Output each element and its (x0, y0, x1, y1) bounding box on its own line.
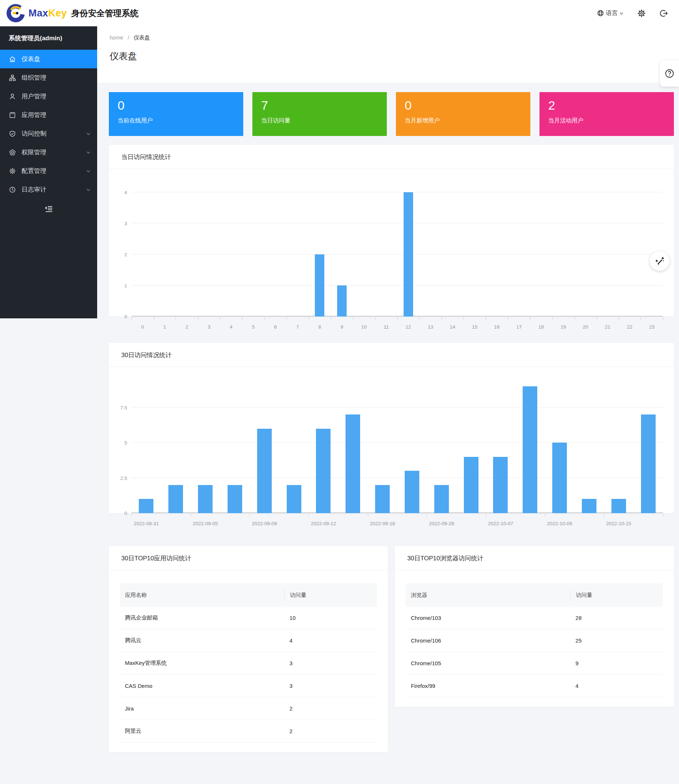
sidebar-item-4[interactable]: 访问控制 (0, 124, 97, 143)
row-value-cell: 2 (285, 706, 377, 712)
sidebar-item-7[interactable]: 日志审计 (0, 180, 97, 199)
breadcrumb: home / 仪表盘 (110, 34, 679, 41)
app-icon (9, 111, 16, 119)
sidebar-item-label: 仪表盘 (22, 55, 40, 63)
x-axis-label: 23 (649, 324, 654, 330)
y-axis-label: 5 (124, 440, 127, 445)
chart-bar (287, 485, 301, 513)
permission-icon (9, 149, 16, 156)
x-axis-label: 13 (428, 324, 433, 330)
row-name-cell: Chrome/105 (406, 660, 571, 666)
axis-tick (154, 317, 154, 320)
stat-value: 0 (117, 98, 243, 113)
axis-tick (486, 514, 486, 516)
table-row: 阿里云2 (120, 720, 377, 743)
axis-tick (663, 514, 663, 516)
x-axis-label: 2022-09-09 (252, 521, 277, 526)
chevron-down-icon (86, 188, 91, 192)
sidebar-user: 系统管理员(admin) (0, 26, 97, 50)
chart-plot: 02.557.52022-08-312022-09-052022-09-0920… (131, 376, 663, 513)
x-axis-label: 3 (208, 324, 210, 330)
main-content: home / 仪表盘 仪表盘 0当前在线用户7当日访问量0当月新增用户2当月活动… (97, 26, 679, 784)
row-name-cell: 阿里云 (120, 728, 285, 735)
shield-check-icon (9, 130, 16, 138)
x-axis-label: 22 (627, 324, 633, 330)
axis-tick (249, 514, 250, 516)
axis-tick (397, 317, 398, 320)
axis-tick (663, 317, 663, 320)
axis-tick (131, 514, 132, 516)
stat-value: 2 (548, 98, 674, 113)
axis-tick (368, 514, 368, 516)
stat-card-0: 0当前在线用户 (109, 92, 243, 136)
chart-bar (139, 499, 153, 513)
top-header: MaxKey 身份安全管理系统 语言 (0, 0, 679, 26)
chart-bar (612, 499, 626, 513)
x-axis-label: 20 (583, 324, 588, 330)
table-header-row: 浏览器访问量 (406, 583, 663, 607)
sidebar-item-2[interactable]: 用户管理 (0, 87, 97, 106)
y-axis-label: 2 (124, 252, 127, 257)
sidebar-item-label: 日志审计 (22, 185, 46, 194)
table-row: Jira2 (120, 698, 377, 720)
settings-button[interactable] (637, 9, 646, 17)
sidebar-item-5[interactable]: 权限管理 (0, 143, 97, 162)
axis-tick (242, 317, 242, 320)
sidebar-item-6[interactable]: 配置管理 (0, 162, 97, 180)
magic-wand-button[interactable] (650, 251, 670, 271)
x-axis-label: 2022-10-15 (606, 521, 631, 526)
chart-bar (375, 485, 390, 513)
menu-collapse-button[interactable] (44, 205, 53, 213)
top10-browsers-table: 浏览器访问量Chrome/10328Chrome/10625Chrome/105… (406, 583, 663, 707)
x-axis-label: 21 (605, 324, 610, 330)
x-axis-label: 5 (252, 324, 255, 330)
chevron-down-icon (86, 132, 91, 136)
language-menu[interactable]: 语言 (597, 9, 623, 17)
top10-browsers-panel: 30日TOP10浏览器访问统计 浏览器访问量Chrome/10328Chrome… (395, 546, 674, 707)
chart-title: 30日访问情况统计 (109, 343, 674, 367)
maxkey-logo-icon (6, 3, 25, 23)
axis-tick (375, 317, 375, 320)
sidebar-item-3[interactable]: 应用管理 (0, 106, 97, 124)
row-name-cell: MaxKey管理系统 (120, 660, 285, 667)
breadcrumb-home[interactable]: home (110, 34, 124, 41)
stat-card-1: 7当日访问量 (252, 92, 387, 136)
sidebar-item-1[interactable]: 组织管理 (0, 68, 97, 87)
help-button[interactable] (660, 60, 679, 86)
divider (109, 367, 674, 367)
column-header: 访问量 (571, 589, 663, 601)
y-axis-label: 7.5 (120, 405, 127, 410)
row-name-cell: Chrome/106 (406, 637, 571, 644)
x-axis-label: 2022-09-28 (429, 521, 454, 526)
home-icon (9, 56, 16, 63)
gridline: 4 (131, 192, 663, 192)
y-axis-label: 1 (124, 283, 127, 289)
axis-tick (353, 317, 353, 320)
y-axis-label: 0 (124, 511, 127, 516)
logout-icon (660, 9, 668, 17)
gear-icon (637, 9, 646, 17)
x-axis-label: 0 (141, 324, 144, 330)
axis-tick (286, 317, 287, 320)
row-value-cell: 2 (285, 728, 377, 734)
y-axis-label: 3 (124, 221, 127, 226)
sidebar-item-0[interactable]: 仪表盘 (0, 50, 97, 68)
gridline: 7.5 (131, 407, 663, 408)
axis-tick (309, 317, 309, 320)
breadcrumb-current: 仪表盘 (134, 34, 150, 41)
axis-tick (604, 514, 604, 516)
row-name-cell: CAS Demo (120, 683, 285, 689)
x-axis-label: 2 (186, 324, 188, 330)
row-value-cell: 4 (285, 637, 377, 644)
axis-tick (619, 317, 619, 320)
axis-tick (220, 317, 221, 320)
axis-tick (131, 317, 132, 320)
chart-bar (582, 499, 596, 513)
table-row: CAS Demo3 (120, 675, 377, 698)
chart-bar (257, 429, 272, 513)
chart-bar (434, 485, 449, 513)
chart-bar (464, 457, 479, 513)
x-axis-label: 2022-09-12 (311, 521, 336, 526)
axis-tick (331, 317, 331, 320)
logout-button[interactable] (660, 9, 668, 17)
